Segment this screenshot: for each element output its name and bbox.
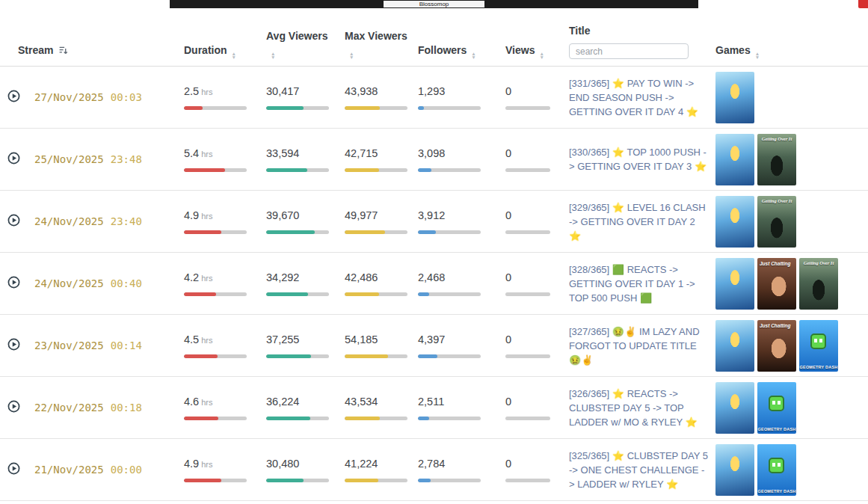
game-thumb-just-chatting[interactable]: Just Chatting [757, 258, 796, 310]
stream-title-link[interactable]: [331/365] ⭐ PAY TO WIN -> END SEASON PUS… [569, 76, 710, 119]
game-thumb-clash[interactable] [715, 320, 754, 372]
game-thumb-getting-over-it[interactable]: Getting Over It [799, 258, 838, 310]
game-thumb-clash[interactable] [715, 444, 754, 496]
stream-date-link[interactable]: 23/Nov/202500:14 [34, 339, 142, 351]
page: Blossomop Stream Duration▲▼ Avg Viewers▲… [0, 0, 868, 504]
game-thumb-caption: GEOMETRY DASH [757, 489, 796, 494]
views-bar [505, 354, 550, 358]
followers-bar-fill [418, 168, 431, 172]
stream-date-link[interactable]: 21/Nov/202500:00 [34, 464, 142, 476]
stream-title-link[interactable]: [327/365] 🤢✌ IM LAZY AND FORGOT TO UPDAT… [569, 325, 710, 367]
play-cell [7, 462, 34, 477]
avg-viewers-bar [266, 168, 329, 172]
column-header-views[interactable]: Views▲▼ [505, 43, 569, 59]
game-thumb-clash[interactable] [715, 134, 754, 185]
duration-value: 4.5 [184, 334, 199, 345]
column-header-stream[interactable]: Stream [7, 43, 184, 59]
avg-viewers-bar-fill [266, 106, 304, 110]
stream-title-link[interactable]: [330/365] ⭐ TOP 1000 PUSH -> GETTING OVE… [569, 145, 710, 173]
game-thumb-clash[interactable] [715, 382, 754, 434]
stream-time: 00:18 [111, 402, 142, 414]
avg-viewers-cell: 33,594 [266, 147, 345, 172]
avg-viewers-bar [266, 354, 329, 358]
game-thumb-geometry-dash[interactable]: GEOMETRY DASH [757, 444, 796, 496]
title-cell: [331/365] ⭐ PAY TO WIN -> END SEASON PUS… [569, 76, 715, 119]
play-stream-button[interactable] [7, 400, 20, 415]
play-stream-button[interactable] [7, 338, 20, 353]
games-cell: Getting Over It [715, 196, 868, 248]
game-thumb-just-chatting[interactable]: Just Chatting [757, 320, 796, 372]
stream-date: 25/Nov/2025 [34, 153, 104, 165]
stream-date: 24/Nov/2025 [34, 277, 104, 289]
followers-bar [418, 230, 481, 234]
game-thumb-clash[interactable] [715, 72, 754, 123]
play-stream-button[interactable] [7, 276, 20, 291]
title-cell: [325/365] ⭐ CLUBSTEP DAY 5 -> ONE CHEST … [569, 449, 715, 491]
max-viewers-value: 43,534 [345, 396, 378, 408]
followers-bar-fill [418, 230, 436, 234]
duration-bar-fill [184, 168, 225, 172]
stream-date-link[interactable]: 27/Nov/202500:03 [34, 91, 142, 103]
corner-red-badge[interactable] [858, 0, 868, 8]
views-cell: 0 [505, 209, 569, 234]
avg-viewers-cell: 37,255 [266, 333, 345, 358]
duration-bar [184, 417, 247, 420]
duration-cell: 4.9hrs [184, 209, 266, 234]
stream-title-link[interactable]: [328/365] 🟩 REACTS -> GETTING OVER IT DA… [569, 262, 710, 305]
avg-viewers-cell: 30,480 [266, 457, 345, 482]
views-value: 0 [505, 396, 511, 408]
column-header-avg-viewers[interactable]: Avg Viewers▲▼ [266, 29, 345, 59]
game-thumb-getting-over-it[interactable]: Getting Over It [757, 134, 796, 185]
column-header-max-viewers[interactable]: Max Viewers▲▼ [345, 29, 418, 59]
views-value: 0 [505, 271, 511, 283]
avg-viewers-bar [266, 479, 329, 482]
max-viewers-value: 54,185 [345, 334, 378, 345]
stream-date-link[interactable]: 24/Nov/202523:40 [34, 215, 142, 227]
game-thumb-getting-over-it[interactable]: Getting Over It [757, 196, 796, 248]
views-cell: 0 [505, 84, 569, 110]
play-stream-button[interactable] [7, 90, 20, 105]
stream-time: 00:14 [111, 339, 142, 351]
views-value: 0 [505, 209, 511, 221]
views-bar [505, 106, 550, 110]
stream-date-link[interactable]: 25/Nov/202523:48 [34, 153, 142, 165]
game-thumb-geometry-dash[interactable]: GEOMETRY DASH [757, 382, 796, 434]
column-label-title: Title [569, 24, 705, 38]
stream-title-link[interactable]: [329/365] ⭐ LEVEL 16 CLASH -> GETTING OV… [569, 200, 710, 243]
followers-bar [418, 168, 481, 172]
game-thumb-caption: GEOMETRY DASH [757, 427, 796, 431]
avg-viewers-bar-fill [266, 292, 308, 296]
game-thumb-geometry-dash[interactable]: GEOMETRY DASH [799, 320, 838, 372]
title-search-input[interactable] [569, 43, 689, 59]
column-header-games[interactable]: Games▲▼ [715, 43, 868, 59]
max-viewers-bar-fill [345, 292, 379, 296]
geometry-dash-cube-icon [769, 396, 784, 411]
max-viewers-cell: 41,224 [345, 457, 418, 482]
max-viewers-cell: 43,534 [345, 395, 418, 420]
max-viewers-bar [345, 417, 407, 420]
sort-both-icon: ▲▼ [271, 52, 275, 59]
game-thumb-clash[interactable] [715, 258, 754, 310]
followers-bar [418, 292, 481, 296]
avg-viewers-bar-fill [266, 230, 315, 234]
avg-viewers-value: 30,417 [266, 85, 299, 97]
stream-date: 27/Nov/2025 [34, 91, 104, 103]
followers-value: 2,784 [418, 458, 445, 470]
stream-date-link[interactable]: 22/Nov/202500:18 [34, 402, 142, 414]
column-header-duration[interactable]: Duration▲▼ [184, 43, 266, 59]
stream-date-link[interactable]: 24/Nov/202500:40 [34, 277, 142, 289]
title-cell: [329/365] ⭐ LEVEL 16 CLASH -> GETTING OV… [569, 200, 715, 243]
stream-title-link[interactable]: [326/365] ⭐ REACTS -> CLUBSTEP DAY 5 -> … [569, 387, 710, 429]
views-bar [505, 168, 550, 172]
play-stream-button[interactable] [7, 462, 20, 477]
games-cell: Just ChattingGetting Over It [715, 258, 868, 310]
ad-banner[interactable]: Blossomop [170, 0, 698, 8]
stream-date-cell: 24/Nov/202523:40 [34, 215, 184, 228]
max-viewers-bar [345, 479, 407, 482]
ad-text: Blossomop [384, 1, 485, 7]
stream-title-link[interactable]: [325/365] ⭐ CLUBSTEP DAY 5 -> ONE CHEST … [569, 449, 710, 491]
column-header-followers[interactable]: Followers▲▼ [418, 43, 505, 59]
play-stream-button[interactable] [7, 214, 20, 229]
game-thumb-clash[interactable] [715, 196, 754, 248]
play-stream-button[interactable] [7, 152, 20, 167]
